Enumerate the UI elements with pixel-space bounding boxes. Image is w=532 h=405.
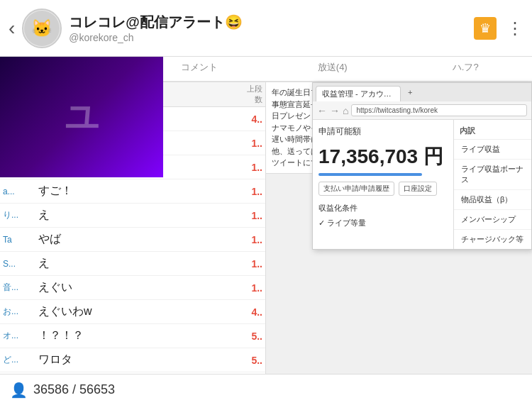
tab-history[interactable]: 放送(4) bbox=[266, 57, 399, 81]
viewer-count: 36586 / 56653 bbox=[33, 382, 115, 397]
amount-progress-bar bbox=[318, 173, 422, 176]
browser-right-menu: 内訳 ライブ収益 ライブ収益ボーナス 物品収益（β） メンバーシップ チャージバ… bbox=[453, 120, 531, 249]
avatar-image: 🐱 bbox=[24, 11, 60, 46]
chat-row[interactable]: お...えぐいわw4.. bbox=[0, 300, 265, 324]
viewer-icon: 👤 bbox=[10, 382, 28, 399]
earnings-section: 収益化条件 bbox=[318, 203, 448, 213]
chat-row[interactable]: ど...ワロタ5.. bbox=[0, 348, 265, 372]
channel-handle: @korekore_ch bbox=[69, 32, 474, 43]
header-icons: ♛ ⋮ bbox=[474, 17, 523, 40]
browser-url-bar[interactable]: https://twitcasting.tv/korek bbox=[351, 104, 527, 116]
chat-count: 4.. bbox=[241, 113, 262, 125]
chat-count: 1.. bbox=[241, 138, 262, 149]
chat-message: えぐいわw bbox=[38, 304, 241, 319]
chat-message: やば bbox=[38, 232, 241, 247]
browser-new-tab-button[interactable]: + bbox=[404, 86, 416, 101]
back-button[interactable]: ‹ bbox=[9, 17, 15, 40]
chat-count: 1.. bbox=[241, 282, 262, 294]
tab-other[interactable]: ハ.フ? bbox=[399, 57, 533, 81]
chat-count: 1.. bbox=[241, 186, 262, 197]
browser-tab-label: 収益管理 - アカウントメニュー bbox=[322, 89, 401, 98]
chat-user: り... bbox=[3, 209, 38, 221]
chat-count: 5.. bbox=[241, 331, 262, 342]
chat-row[interactable]: Taやば1.. bbox=[0, 228, 265, 252]
browser-home-icon[interactable]: ⌂ bbox=[343, 105, 348, 116]
chat-row[interactable]: S...え1.. bbox=[0, 252, 265, 276]
browser-action-buttons: 支払い申請/申請履歴 口座設定 bbox=[318, 182, 448, 196]
browser-back-icon[interactable]: ← bbox=[317, 105, 327, 116]
chat-message: えぐい bbox=[38, 280, 241, 295]
earnings-check: ✓ ライブ等量 bbox=[318, 218, 448, 228]
chat-user: オ... bbox=[3, 330, 38, 342]
browser-body: 申請可能額 17,356,703 円 支払い申請/申請履歴 口座設定 収益化条件… bbox=[313, 120, 531, 249]
chat-count: 1.. bbox=[241, 234, 262, 245]
chat-message: ！？！？ bbox=[38, 328, 241, 343]
chat-col-time: 上段数 bbox=[241, 84, 262, 105]
chat-user: a... bbox=[3, 187, 38, 196]
chat-row[interactable]: オ...！？！？5.. bbox=[0, 324, 265, 348]
avatar: 🐱 bbox=[22, 9, 62, 48]
chat-count: 1.. bbox=[241, 258, 262, 270]
stream-area: ユ bbox=[0, 57, 163, 177]
menu-item-goods-revenue[interactable]: 物品収益（β） bbox=[454, 190, 531, 210]
browser-main-content: 申請可能額 17,356,703 円 支払い申請/申請履歴 口座設定 収益化条件… bbox=[313, 120, 453, 249]
chat-row[interactable]: 音...えぐい1.. bbox=[0, 276, 265, 300]
chat-user: 音... bbox=[3, 282, 38, 294]
more-options-icon[interactable]: ⋮ bbox=[506, 18, 523, 38]
browser-window: 収益管理 - アカウントメニュー × + ← → ⌂ https://twitc… bbox=[312, 82, 532, 250]
chat-message: すご！ bbox=[38, 184, 241, 199]
chat-user: お... bbox=[3, 306, 38, 318]
channel-name: コレコレ@配信アラート😆 bbox=[69, 13, 474, 32]
chat-count: 5.. bbox=[241, 355, 262, 366]
menu-item-chargeback[interactable]: チャージバック等 bbox=[454, 230, 531, 249]
amount-display: 17,356,703 円 bbox=[318, 143, 448, 170]
chat-message: え bbox=[38, 256, 241, 271]
crown-icon[interactable]: ♛ bbox=[474, 17, 497, 40]
chat-message: え bbox=[38, 208, 241, 223]
chat-message: ワロタ bbox=[38, 353, 241, 367]
menu-item-membership[interactable]: メンバーシップ bbox=[454, 210, 531, 230]
menu-item-live-bonus[interactable]: ライブ収益ボーナス bbox=[454, 160, 531, 190]
stream-logo: ユ bbox=[65, 94, 99, 140]
chat-user: ど... bbox=[3, 354, 38, 366]
channel-info: コレコレ@配信アラート😆 @korekore_ch bbox=[69, 13, 474, 43]
browser-forward-icon[interactable]: → bbox=[330, 105, 340, 116]
account-settings-button[interactable]: 口座設定 bbox=[399, 182, 437, 196]
header: ‹ 🐱 コレコレ@配信アラート😆 @korekore_ch ♛ ⋮ bbox=[0, 0, 532, 57]
browser-address-bar: ← → ⌂ https://twitcasting.tv/korek bbox=[313, 101, 531, 120]
browser-tabs: 収益管理 - アカウントメニュー × + bbox=[313, 83, 531, 101]
monetization-title: 申請可能額 bbox=[318, 126, 448, 138]
chat-user: S... bbox=[3, 259, 38, 269]
chat-count: 1.. bbox=[241, 162, 262, 173]
bottom-bar: 👤 36586 / 56653 bbox=[0, 374, 532, 405]
browser-tab-active[interactable]: 収益管理 - アカウントメニュー × bbox=[316, 86, 401, 101]
payment-request-button[interactable]: 支払い申請/申請履歴 bbox=[318, 182, 394, 196]
browser-menu-title: 内訳 bbox=[454, 123, 531, 140]
chat-count: 4.. bbox=[241, 306, 262, 318]
chat-user: Ta bbox=[3, 235, 38, 245]
chat-row[interactable]: a...すご！1.. bbox=[0, 179, 265, 204]
menu-item-live-revenue[interactable]: ライブ収益 bbox=[454, 140, 531, 160]
chat-count: 1.. bbox=[241, 210, 262, 221]
chat-row[interactable]: り...え1.. bbox=[0, 204, 265, 228]
